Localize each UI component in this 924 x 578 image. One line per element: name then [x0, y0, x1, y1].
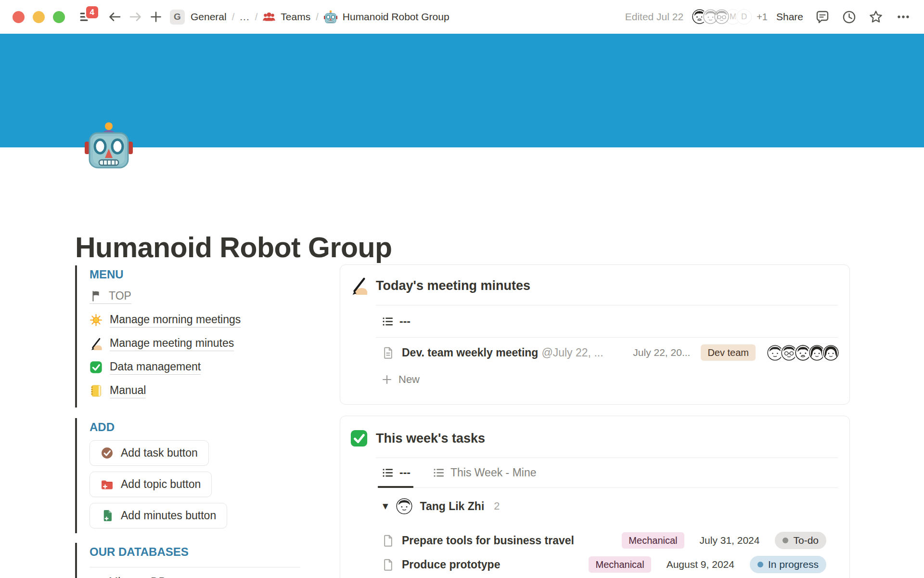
mechanical-tag: Mechanical	[589, 556, 651, 573]
viewer-avatars: M D	[691, 8, 753, 26]
task-row[interactable]: Prepare tools for business travel Mechan…	[382, 528, 826, 552]
meeting-title: Dev. team weekly meeting@July 22, ...	[402, 346, 603, 359]
tab-this-week-mine[interactable]: This Week - Mine	[433, 458, 537, 487]
page-icon-robot[interactable]	[85, 121, 133, 170]
add-heading: ADD	[90, 420, 298, 434]
more-options-button[interactable]	[895, 9, 911, 25]
task-meta: Mechanical August 9, 2024 In progress	[589, 556, 826, 573]
notification-badge: 4	[85, 5, 100, 20]
menu-link-manual[interactable]: Manual	[90, 379, 298, 403]
window-titlebar: 4 G General / ... / Teams / Humanoid Rob…	[0, 0, 924, 34]
breadcrumb-current-page[interactable]: Humanoid Robot Group	[323, 10, 450, 24]
add-topic-button[interactable]: Add topic button	[90, 472, 212, 497]
task-title: Produce prototype	[402, 558, 500, 571]
close-window-button[interactable]	[13, 11, 25, 23]
star-icon	[868, 9, 884, 25]
card-header: This week's tasks	[340, 416, 849, 447]
favorite-button[interactable]	[868, 9, 884, 25]
task-due-date: August 9, 2024	[667, 559, 734, 570]
ellipsis-icon	[895, 9, 911, 25]
page-icon	[382, 346, 395, 359]
new-row-button[interactable]: New	[382, 368, 840, 391]
list-view-icon	[382, 315, 394, 328]
updates-button[interactable]	[842, 10, 857, 25]
assignee-name: Tang Lik Zhi	[420, 500, 485, 513]
task-meta: Mechanical July 31, 2024 To-do	[622, 532, 826, 549]
minutes-db-link[interactable]: Minutes DB	[90, 573, 298, 578]
menu-link-meeting-minutes[interactable]: Manage meeting minutes	[90, 332, 298, 355]
breadcrumb-general[interactable]: General	[190, 11, 228, 23]
card-header: Today's meeting minutes	[340, 265, 849, 295]
menu-link-data-management[interactable]: Data management	[90, 355, 298, 379]
meeting-attendee-avatars	[766, 344, 840, 362]
tab-default-view[interactable]: ---	[382, 458, 411, 487]
plus-icon	[150, 11, 162, 23]
page-body: MENU TOP Manage morning meetings Manage …	[75, 260, 850, 578]
list-view-icon	[433, 467, 445, 479]
breadcrumb-teams[interactable]: Teams	[262, 11, 311, 23]
sidebar-toggle-button[interactable]: 4	[77, 8, 95, 26]
list-view-icon	[382, 467, 394, 479]
left-column: MENU TOP Manage morning meetings Manage …	[75, 260, 298, 578]
robot-icon	[85, 121, 133, 170]
minimize-window-button[interactable]	[33, 11, 45, 23]
status-badge: In progress	[750, 556, 826, 573]
breadcrumb-separator: /	[228, 12, 239, 23]
avatar-letter-d[interactable]: D	[735, 8, 753, 26]
meeting-row[interactable]: Dev. team weekly meeting@July 22, ... Ju…	[382, 338, 840, 368]
status-dot-icon	[757, 562, 763, 567]
menu-link-top[interactable]: TOP	[90, 285, 298, 308]
zoom-window-button[interactable]	[53, 11, 65, 23]
page-icon	[382, 558, 395, 571]
new-page-button[interactable]	[149, 10, 163, 24]
ledger-icon	[90, 384, 103, 397]
add-task-button[interactable]: Add task button	[90, 440, 209, 466]
teams-people-icon	[263, 11, 275, 23]
meeting-date: July 22, 20...	[633, 347, 690, 358]
avatar-overflow-count[interactable]: +1	[757, 12, 768, 23]
back-button[interactable]	[107, 10, 122, 24]
page-title[interactable]: Humanoid Robot Group	[75, 230, 392, 265]
card-title: This week's tasks	[376, 431, 485, 446]
edited-timestamp: Edited Jul 22	[625, 11, 683, 23]
meeting-meta: July 22, 20... Dev team	[633, 344, 840, 362]
task-list: Prepare tools for business travel Mechan…	[340, 528, 849, 577]
share-button[interactable]: Share	[776, 11, 803, 23]
task-title: Prepare tools for business travel	[402, 534, 574, 547]
check-icon	[350, 429, 368, 447]
menu-link-morning-meetings[interactable]: Manage morning meetings	[90, 308, 298, 332]
add-minutes-button[interactable]: Add minutes button	[90, 503, 227, 528]
comments-button[interactable]	[815, 9, 830, 25]
weekly-tasks-card: This week's tasks --- This Week - Mine ▼…	[340, 416, 850, 578]
writing-hand-icon	[90, 337, 103, 350]
avatar-face-icon	[396, 498, 412, 514]
task-row[interactable]: Produce prototype Mechanical August 9, 2…	[382, 552, 826, 577]
avatar-face-icon	[823, 345, 839, 361]
check-icon	[90, 361, 103, 374]
task-due-date: July 31, 2024	[700, 535, 760, 546]
breadcrumb-ellipsis[interactable]: ...	[239, 11, 251, 23]
flag-icon	[90, 289, 103, 302]
arrow-left-icon	[108, 10, 121, 24]
menu-heading: MENU	[90, 267, 298, 282]
tab-default-view[interactable]: ---	[382, 305, 411, 337]
sun-icon	[90, 314, 103, 327]
right-column: Today's meeting minutes --- Dev. team we…	[340, 260, 850, 578]
avatar-face-icon	[714, 9, 729, 24]
plus-icon	[382, 374, 392, 385]
databases-block: OUR DATABASES Minutes DB	[75, 543, 298, 578]
divider	[90, 567, 300, 567]
collapse-triangle-icon[interactable]: ▼	[383, 502, 388, 511]
window-controls	[13, 11, 65, 23]
forward-button[interactable]	[128, 10, 143, 24]
dev-team-tag: Dev team	[701, 344, 756, 361]
workspace-badge[interactable]: G	[170, 10, 185, 25]
menu-block: MENU TOP Manage morning meetings Manage …	[75, 265, 298, 407]
writing-hand-icon	[350, 276, 368, 295]
breadcrumb: General / ... / Teams / Humanoid Robot G…	[185, 10, 450, 24]
date-mention: @July 22, ...	[541, 346, 603, 359]
group-header: ▼ Tang Lik Zhi 2	[383, 496, 838, 517]
add-block: ADD Add task button Add topic button Add…	[75, 418, 298, 533]
avatar	[822, 344, 840, 362]
breadcrumb-separator: /	[251, 12, 262, 23]
